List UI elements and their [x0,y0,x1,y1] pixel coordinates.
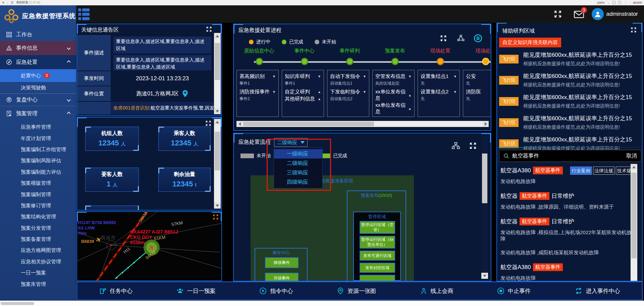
sidebar-subitem[interactable]: 预案编制能力评估 [0,167,76,178]
progress-hscrollbar[interactable] [236,121,489,127]
flow-button[interactable]: 发布封控区域 [360,263,395,273]
sidebar-subitem[interactable]: 预案编制工作组管理 [0,144,76,155]
sidebar-item-training[interactable]: 培训管理 [0,297,76,301]
dropdown-option[interactable]: 二级响应 [274,159,322,168]
toolbar-task-center[interactable]: 任务中心 [99,287,132,295]
expand-icon[interactable] [440,35,447,43]
dropdown-option[interactable]: 四级响应 [274,177,322,187]
sidebar-subitem[interactable]: 预案结构化管理 [0,211,76,222]
result-item[interactable]: 航空器航空器事件日常维护 发动机电路故障 ,模拟信息,上海机场2022年某航班发… [500,218,635,242]
scroll-left-icon[interactable] [236,121,243,127]
toolbar-online-consult[interactable]: 线上会商 [420,287,453,295]
sidebar-subitem[interactable]: 一日一预案 [0,267,76,278]
cancel-button[interactable]: 取消 [626,152,637,160]
toolbar-command-center[interactable]: 指令中心 [259,287,293,295]
tab-menu-icon[interactable]: ☰ [11,1,13,4]
fullscreen-icon[interactable] [554,10,562,19]
sidebar-subitem[interactable]: 预案分发管理 [0,223,76,234]
progress-entry[interactable]: 风控区域划定 [375,81,412,86]
voice-ticker[interactable]: 坐席001语音识别:航空器重大突发事件预,警,因发动机... [111,102,214,115]
sidebar-item-dispose-center[interactable]: 处置中心 3 [0,69,76,82]
tab[interactable]: 法律法规 [593,167,614,175]
progress-entry[interactable]: 设置集结点2▼ [421,89,457,95]
notes-icon[interactable] [618,1,621,4]
sidebar-subitem[interactable]: 预案编制风险评估 [0,155,76,166]
flow-button[interactable]: 暂停运行区域（空管） [360,221,395,234]
result-item[interactable]: 发动机电路故障 ,咸阳机场某航班发动机故障 [500,250,635,256]
dropdown-option[interactable]: 三级响应 [274,168,322,177]
sidebar-subitem[interactable]: 预案模版管理 [0,178,76,189]
scroll-down-icon[interactable] [214,203,221,209]
progress-entry[interactable]: 消防医 [466,89,491,95]
sidebar-subitem[interactable]: 预案编制管理 [0,189,76,200]
progress-entry[interactable]: 启动集结点1 [330,81,366,86]
toolbar-enter-event-center[interactable]: 进入事件中心 [575,287,620,295]
desc-entry[interactable]: 重要信息录入,描述区域,重要信息录入,描述区域,重要信息录入,描述区域 [113,55,211,71]
scroll-down-icon[interactable] [481,273,488,279]
sidebar-subitem[interactable]: 预案修订管理 [0,200,76,211]
progress-entry[interactable]: xx单位发布信息▲ [375,102,412,115]
progress-entry[interactable]: 空管发布信息▼ [375,73,412,80]
knowledge-item[interactable]: 飞行区 能见度增加600xx,航班延误率上升百分之15 根据机应急救援操作规范,… [499,93,637,109]
sidebar-item-workbench[interactable]: 工作台 [0,28,76,41]
pages-icon[interactable] [612,1,615,4]
progress-entry[interactable]: 知识库研判▼ [285,73,321,80]
expand-icon[interactable] [206,26,212,34]
map-expand-icon[interactable] [213,214,219,221]
desc-entry[interactable]: 重要信息录入,描述区域,重要信息录入,描述区域 [113,37,211,53]
map-panel[interactable]: ✈ ✈ 商洛市 H1147 B738 B6992 SX LHW 79m B683… [76,211,222,281]
progress-entry[interactable]: 自定义研判▲ [285,89,321,95]
flow-button[interactable]: 发布可通行区域 [360,251,395,261]
sidebar-subitem[interactable]: 预案备案管理 [0,234,76,245]
expand-icon[interactable] [469,142,477,151]
progress-entry[interactable]: 无 [466,96,491,102]
sidebar-item-decision-cockpit[interactable]: 决策驾驶舱 [0,82,76,93]
map-pin-icon[interactable] [182,90,188,98]
response-level-select[interactable]: 二级响应 [274,138,308,147]
progress-entry[interactable]: 其他研判信息▲ [285,96,321,102]
avatar[interactable] [592,8,604,20]
sidebar-item-emergency[interactable]: 应急处置 [0,55,76,69]
zoom-caret-icon[interactable]: ⌄ [607,1,610,4]
stats-scrollbar[interactable] [214,119,221,209]
sidebar-subitem[interactable]: 应急事件管理 [0,122,76,133]
list-menu-icon[interactable] [474,34,482,44]
progress-entry[interactable]: 设置集结点1▼ [421,73,457,80]
scroll-up-icon[interactable] [214,33,221,39]
scroll-up-icon[interactable] [631,164,637,170]
network-icon[interactable] [457,34,465,44]
sidebar-item-plan-management[interactable]: 预案管理 [0,106,76,121]
expand-icon[interactable] [631,27,637,34]
sidebar-subitem[interactable]: 应急方格网图管理 [0,245,76,256]
aux-scrollbar[interactable] [631,164,637,281]
progress-entry[interactable]: 无 [421,81,457,86]
scroll-right-icon[interactable] [483,121,489,127]
toolbar-daily-plan[interactable]: 一日一预案 [176,287,216,295]
progress-entry[interactable]: 下发临时指令▼ [330,89,366,95]
tab-close-icon[interactable]: ✕ [2,1,5,4]
menu-toggle-icon[interactable] [78,8,90,20]
progress-entry[interactable]: 甚高频识别▼ [239,73,276,80]
sidebar-subitem[interactable]: 预案库管理 [0,278,76,290]
progress-entry[interactable]: 启动集结点2 [330,96,366,102]
knowledge-item[interactable]: 飞行区 能见度增加600xx,航班延误率上升百分之15 根据机应急救援操作规范,… [499,136,637,151]
progress-entry[interactable]: xx单位发布信息▲ [375,89,412,101]
progress-entry[interactable]: 事件1 [239,81,276,86]
sidebar-subitem[interactable]: 年度计划管理 [0,133,76,144]
horizontal-scrollbar-thumb[interactable] [1,302,34,305]
knowledge-item[interactable]: 飞行区 能见度增加600xx,航班延误率上升百分之15 根据机应急救援操作规范,… [499,72,637,88]
custom-knowledge-button[interactable]: 自定义知识库强关联内容 [499,38,561,47]
zoom-level[interactable]: 100% [597,1,604,4]
sitemap-icon[interactable] [452,142,460,151]
progress-entry[interactable]: 无 [421,96,457,102]
scroll-down-icon[interactable] [214,108,221,114]
flow-button-upgrade[interactable]: 升级事件 [265,273,299,281]
more-icon[interactable]: ⋮ [624,1,627,4]
scroll-up-icon[interactable] [214,119,221,125]
sidebar-item-event-info[interactable]: 事件信息 [0,41,76,55]
sidebar-subitem[interactable]: 应急相关协议管理 [0,256,76,267]
flow-scrollbar[interactable] [481,136,488,279]
search-input[interactable]: 航空器事件 [512,152,539,160]
knowledge-item[interactable]: 飞行区 能见度增加600xx,航班延误率上升百分之15 根据机应急救援操作规范,… [499,115,637,130]
toolbar-resource-map[interactable]: 资源一张图 [337,287,376,295]
